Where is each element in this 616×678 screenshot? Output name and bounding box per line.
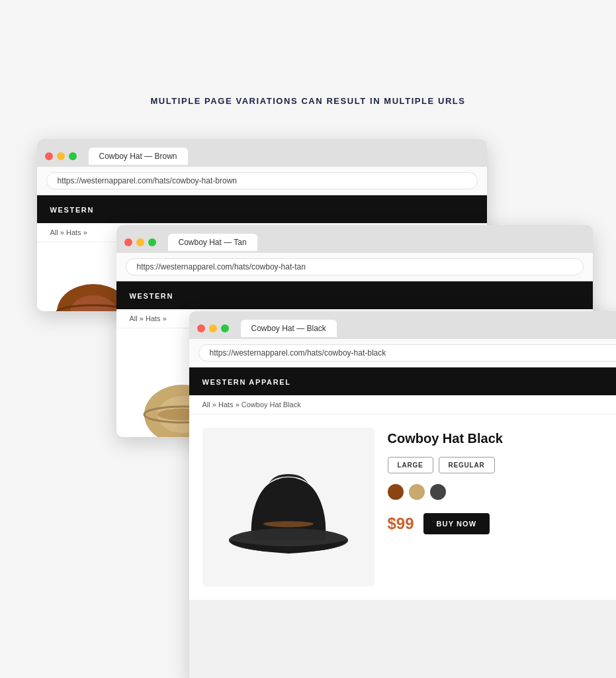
- site-name-black: WESTERN APPAREL: [202, 378, 291, 386]
- browser-window-black: Cowboy Hat — Black https://westernappare…: [189, 311, 617, 679]
- buy-now-button[interactable]: BUY NOW: [423, 513, 490, 534]
- tab-bar-black: Cowboy Hat — Black: [189, 311, 617, 339]
- product-image-box: [202, 428, 374, 587]
- size-buttons: LARGE REGULAR: [388, 457, 617, 473]
- dot-yellow-tan[interactable]: [136, 238, 144, 246]
- product-info: Cowboy Hat Black LARGE REGULAR $99: [388, 428, 617, 587]
- tab-tan[interactable]: Cowboy Hat — Tan: [168, 234, 257, 251]
- product-price: $99: [388, 514, 414, 533]
- product-title: Cowboy Hat Black: [388, 431, 617, 446]
- size-regular-button[interactable]: REGULAR: [439, 457, 495, 473]
- traffic-lights-brown: [45, 152, 77, 160]
- dot-red-black[interactable]: [197, 324, 205, 332]
- dot-red-brown[interactable]: [45, 152, 53, 160]
- site-header-tan: WESTERN: [116, 281, 593, 309]
- swatch-dark[interactable]: [430, 484, 446, 500]
- url-bar-brown[interactable]: https://westernapparel.com/hats/cowboy-h…: [46, 172, 478, 189]
- hat-black-icon: [222, 454, 355, 560]
- url-bar-row-brown: https://westernapparel.com/hats/cowboy-h…: [37, 167, 487, 195]
- tab-black[interactable]: Cowboy Hat — Black: [241, 320, 337, 337]
- swatch-brown[interactable]: [388, 484, 404, 500]
- page-heading: MULTIPLE PAGE VARIATIONS CAN RESULT IN M…: [150, 96, 465, 106]
- traffic-lights-black: [197, 324, 229, 332]
- site-header-brown: WESTERN: [37, 195, 487, 223]
- tab-bar-brown: Cowboy Hat — Brown: [37, 139, 487, 167]
- url-bar-tan[interactable]: https://westernapparel.com/hats/cowboy-h…: [126, 258, 584, 275]
- dot-green-tan[interactable]: [148, 238, 156, 246]
- size-large-button[interactable]: LARGE: [388, 457, 433, 473]
- swatch-tan[interactable]: [409, 484, 425, 500]
- page-content-black: WESTERN APPAREL All » Hats » Cowboy Hat …: [189, 367, 617, 600]
- price-row: $99 BUY NOW: [388, 513, 617, 534]
- site-name-tan: WESTERN: [130, 292, 174, 300]
- page-wrapper: MULTIPLE PAGE VARIATIONS CAN RESULT IN M…: [0, 26, 616, 678]
- dot-red-tan[interactable]: [124, 238, 132, 246]
- url-bar-row-tan: https://westernapparel.com/hats/cowboy-h…: [116, 253, 593, 281]
- dot-yellow-brown[interactable]: [57, 152, 65, 160]
- product-area: Cowboy Hat Black LARGE REGULAR $99: [189, 414, 617, 600]
- color-swatches: [388, 484, 617, 500]
- traffic-lights-tan: [124, 238, 156, 246]
- dot-green-brown[interactable]: [69, 152, 77, 160]
- dot-yellow-black[interactable]: [209, 324, 217, 332]
- dot-green-black[interactable]: [221, 324, 229, 332]
- site-name-brown: WESTERN: [50, 206, 95, 214]
- site-header-black: WESTERN APPAREL: [189, 367, 617, 395]
- tab-bar-tan: Cowboy Hat — Tan: [116, 225, 593, 253]
- url-bar-row-black: https://westernapparel.com/hats/cowboy-h…: [189, 339, 617, 367]
- breadcrumb-black: All » Hats » Cowboy Hat Black: [189, 395, 617, 414]
- url-bar-black[interactable]: https://westernapparel.com/hats/cowboy-h…: [198, 344, 617, 362]
- browsers-stack: Cowboy Hat — Brown https://westernappare…: [37, 139, 580, 636]
- tab-brown[interactable]: Cowboy Hat — Brown: [89, 148, 188, 165]
